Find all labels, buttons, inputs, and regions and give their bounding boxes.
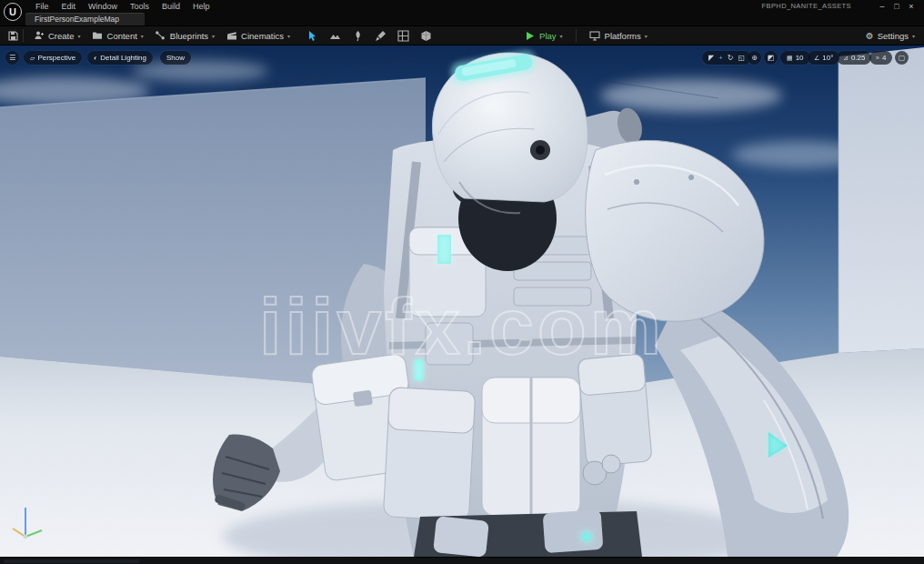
menu-help[interactable]: Help: [186, 2, 216, 11]
surface-snap-icon: ◩: [768, 55, 775, 62]
rotate-tool-icon[interactable]: ↻: [728, 55, 734, 62]
select-tool-icon[interactable]: ◤: [708, 55, 714, 62]
rotation-snap-button[interactable]: ∠ 10°: [808, 51, 839, 65]
chevron-down-icon: ▾: [78, 33, 81, 39]
toolbar-separator: [23, 29, 24, 42]
select-mode-icon[interactable]: [306, 30, 318, 42]
perspective-label: Perspective: [37, 54, 75, 62]
show-button[interactable]: Show: [160, 51, 191, 65]
perspective-button[interactable]: ▱ Perspective: [24, 51, 82, 65]
viewport-options-button[interactable]: ☰: [5, 51, 19, 65]
unreal-logo-icon[interactable]: U: [4, 3, 22, 21]
minimize-button[interactable]: –: [875, 2, 889, 11]
world-space-toggle[interactable]: ⊕: [748, 51, 761, 65]
save-icon[interactable]: [7, 30, 19, 42]
platforms-monitor-icon: [589, 30, 601, 42]
surface-snap-toggle[interactable]: ◩: [764, 51, 778, 65]
maximize-viewport-button[interactable]: ▢: [895, 51, 909, 65]
hamburger-icon: ☰: [9, 55, 15, 62]
status-bar[interactable]: [0, 557, 924, 564]
unreal-editor-window: U File Edit Window Tools Build Help FBPH…: [0, 0, 924, 564]
play-button[interactable]: Play ▾: [518, 28, 568, 44]
create-button[interactable]: Create ▾: [27, 28, 86, 44]
right-wall: [839, 47, 924, 353]
landscape-mode-icon[interactable]: [329, 30, 341, 42]
maximize-viewport-icon: ▢: [899, 55, 906, 62]
content-button[interactable]: Content ▾: [86, 28, 149, 44]
grid-snap-icon: ▦: [787, 55, 793, 61]
translate-tool-icon[interactable]: +: [718, 55, 723, 62]
tab-label: FirstPersonExampleMap: [35, 15, 119, 24]
status-bar-segment: [4, 559, 140, 563]
gear-icon: ⚙: [866, 31, 874, 41]
angle-snap-icon: ∠: [814, 55, 819, 61]
brush-cube-icon[interactable]: [420, 30, 432, 42]
camera-speed-button[interactable]: » 4: [869, 51, 892, 65]
chevron-down-icon: ▾: [212, 33, 215, 39]
globe-icon: ⊕: [751, 55, 758, 62]
titlebar-right: FBPHD_NANITE_ASSETS – □ ×: [762, 2, 924, 11]
main-toolbar: Create ▾ Content ▾ Blueprints ▾ Cinemati…: [0, 25, 924, 45]
chevron-down-icon: ▾: [912, 33, 915, 39]
level-viewport[interactable]: ☰ ▱ Perspective ◐ Detail Lighting Show ◤…: [0, 45, 924, 557]
settings-label: Settings: [878, 31, 909, 41]
clapperboard-icon: [226, 30, 237, 42]
close-button[interactable]: ×: [904, 2, 919, 11]
perspective-icon: ▱: [30, 55, 35, 61]
blueprint-nodes-icon: [155, 30, 166, 42]
create-actor-icon: [33, 30, 45, 42]
editor-mode-icons: [306, 30, 432, 42]
maximize-button[interactable]: □: [889, 2, 904, 11]
project-name: FBPHD_NANITE_ASSETS: [762, 2, 851, 10]
content-label: Content: [107, 31, 137, 41]
rotation-snap-value: 10°: [822, 54, 833, 62]
menu-bar: U File Edit Window Tools Build Help FBPH…: [0, 0, 924, 12]
menu-file[interactable]: File: [29, 2, 55, 11]
axis-gizmo-icon: [7, 500, 47, 542]
menu-build[interactable]: Build: [156, 2, 186, 11]
view-mode-button[interactable]: ◐ Detail Lighting: [87, 51, 153, 65]
play-label: Play: [539, 31, 556, 41]
play-group: Play ▾ Platforms ▾: [518, 28, 653, 44]
tab-bar: FirstPersonExampleMap: [0, 12, 924, 25]
show-label: Show: [166, 54, 185, 62]
camera-speed-value: 4: [882, 54, 886, 62]
folder-icon: [92, 30, 104, 42]
grid-snap-value: 10: [796, 54, 804, 62]
view-mode-label: Detail Lighting: [100, 54, 146, 62]
camera-speed-icon: »: [876, 55, 879, 61]
scale-snap-icon: ⊿: [843, 55, 849, 61]
cinematics-label: Cinematics: [241, 31, 284, 41]
platforms-label: Platforms: [605, 31, 641, 41]
menu-tools[interactable]: Tools: [124, 2, 156, 11]
view-mode-icon: ◐: [94, 55, 97, 61]
menu-window[interactable]: Window: [82, 2, 124, 11]
chevron-down-icon: ▾: [645, 33, 648, 39]
grid-snap-button[interactable]: ▦ 10: [780, 51, 810, 65]
transform-tools[interactable]: ◤ + ↻ ◱: [702, 51, 751, 65]
scale-snap-button[interactable]: ⊿ 0.25: [837, 51, 871, 65]
chevron-down-icon: ▾: [560, 33, 563, 39]
play-icon: [524, 30, 536, 42]
create-label: Create: [48, 31, 75, 41]
toolbar-separator: [576, 29, 577, 42]
blueprints-label: Blueprints: [170, 31, 208, 41]
cinematics-button[interactable]: Cinematics ▾: [220, 28, 296, 44]
blueprints-button[interactable]: Blueprints ▾: [149, 28, 220, 44]
scale-tool-icon[interactable]: ◱: [738, 55, 746, 62]
menu-edit[interactable]: Edit: [55, 2, 83, 11]
viewport-scene: [0, 45, 924, 557]
chevron-down-icon: ▾: [141, 33, 144, 39]
settings-button[interactable]: ⚙ Settings ▾: [866, 31, 917, 41]
foliage-mode-icon[interactable]: [352, 30, 364, 42]
chevron-down-icon: ▾: [287, 33, 290, 39]
mesh-paint-mode-icon[interactable]: [375, 30, 387, 42]
tab-level[interactable]: FirstPersonExampleMap: [25, 13, 145, 25]
platforms-button[interactable]: Platforms ▾: [584, 28, 653, 44]
fracture-mode-icon[interactable]: [397, 30, 409, 42]
scale-snap-value: 0.25: [851, 54, 866, 62]
